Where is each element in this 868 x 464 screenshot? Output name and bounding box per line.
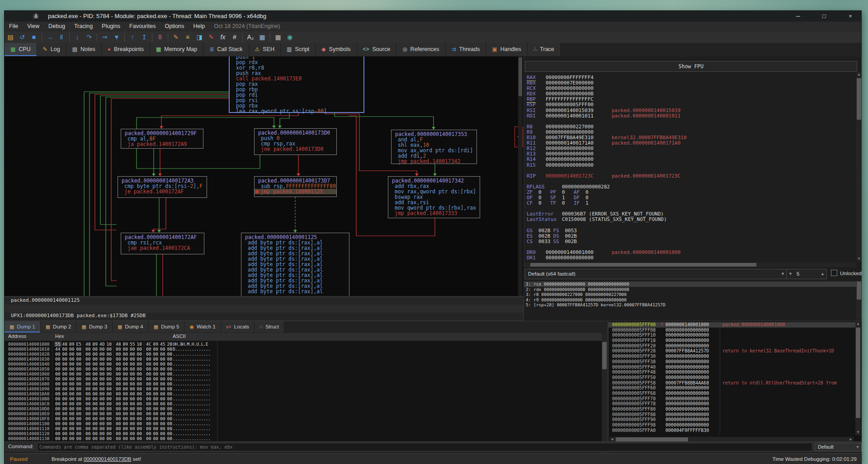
menu-debug[interactable]: Debug (44, 22, 70, 30)
stack-row[interactable]: 00000000005FFF480000000000000000 (609, 370, 855, 375)
stack-row[interactable]: 00000000005FFF400000000000000000 (609, 365, 855, 370)
restart-icon[interactable]: ↺ (16, 32, 28, 42)
calling-convention-select[interactable]: Default (x64 fastcall)▼ (525, 269, 787, 279)
register-row[interactable]: ZF0PF0AF0 (524, 189, 856, 195)
asm-block-entry[interactable]: push 1pop rdxxor r8,r8push raxcall packe… (229, 56, 364, 113)
argument-row[interactable]: 4: r9 0000000000000000 0000000000000000 (524, 297, 856, 303)
register-row[interactable]: RDI0000000140001011packed.00000001400010… (524, 113, 856, 118)
seh-chain-icon[interactable]: 8 (154, 32, 166, 42)
command-input[interactable] (37, 443, 812, 451)
register-row[interactable]: RSI0000000140015039packed.00000001400150… (524, 108, 856, 113)
dump-row[interactable]: 0000000140001070000000000000000000000000… (5, 376, 607, 381)
tab-notes[interactable]: ▤Notes (66, 43, 102, 56)
asm-block-b172AF[interactable]: packed.00000001400172AFcmp rsi,rcxjae pa… (121, 233, 204, 254)
tab-handles[interactable]: ▣Handles (486, 43, 527, 56)
register-row[interactable]: DR10000000000000000 (524, 255, 856, 260)
step-into-icon[interactable]: ↓ (71, 32, 83, 42)
argument-row[interactable]: 2: rdx 000000000000000B 000000000000000B (524, 287, 856, 292)
dump-row[interactable]: 00000001400010A0000000000000000000000000… (5, 391, 607, 396)
dump-row[interactable]: 00000001400010F0000000000000000000000000… (5, 416, 607, 421)
register-row[interactable]: R90000000000000000 (524, 129, 856, 135)
run-icon[interactable]: → (44, 32, 56, 42)
label-icon[interactable]: ◨ (193, 32, 205, 42)
asm-line[interactable]: lea rax,qword ptr ss:[rsp-80] (233, 108, 360, 114)
stack-row[interactable]: 00000000005FFF900000000000000000 (609, 417, 855, 422)
asm-line[interactable]: jmp packed.140017333 (392, 211, 476, 216)
stack-row[interactable]: 00000000005FFF080000000000000000 (609, 328, 855, 333)
argument-depth-spinner[interactable]: ▼5▲ (786, 269, 827, 279)
dump-vertical-scrollbar[interactable] (602, 333, 607, 453)
hash-icon[interactable]: # (229, 32, 241, 42)
register-row[interactable]: GS002BFS0053 (524, 228, 856, 233)
stack-row[interactable]: 00000000005FFF680000000000000000 (609, 391, 855, 396)
dump-row[interactable]: 0000000140001060000000000000000000000000… (5, 371, 607, 376)
register-row[interactable]: R1100000001400171A0packed.00000001400171… (524, 140, 856, 145)
graph-vertical-scrollbar[interactable] (518, 56, 523, 296)
stack-row[interactable]: 00000000005FFF380000000000000000 (609, 359, 855, 365)
breakpoint-address-link[interactable]: 00000001400173DB (84, 456, 132, 462)
register-row[interactable]: ES002BDS002B (524, 233, 856, 239)
execute-till-return-icon[interactable]: ↥ (138, 32, 150, 42)
register-row[interactable]: DR00000000140001000packed.00000001400010… (524, 249, 856, 255)
close-button[interactable]: × (840, 11, 861, 22)
dump-row[interactable]: 0000000140001010440000000000000000000000… (5, 347, 607, 352)
asm-block-b173D7[interactable]: packed.00000001400173D7sub rsp,FFFFFFFFF… (254, 176, 337, 197)
register-row[interactable]: RDX000000000000000B (524, 91, 856, 96)
pause-icon[interactable]: Ⅱ (56, 32, 67, 42)
menu-favourites[interactable]: Favourites (125, 22, 160, 30)
tab-threads[interactable]: ⇉Threads (446, 43, 486, 56)
stack-vertical-scrollbar[interactable]: ▲▼ (855, 321, 861, 435)
register-row[interactable]: R1000007FFB8A49E310kernel32.00007FFB8A49… (524, 135, 856, 140)
assemble-icon[interactable]: A₂ (245, 32, 256, 42)
minimize-button[interactable]: ─ (788, 11, 808, 22)
dump-row[interactable]: 0000000140001080000000000000000000000000… (5, 381, 607, 386)
dump-row[interactable]: 0000000140001000554889E548894D1048895518… (5, 342, 607, 347)
function-icon[interactable]: fx (217, 32, 229, 42)
registers-horizontal-scrollbar[interactable] (524, 262, 856, 267)
tab-call-stack[interactable]: ≣Call Stack (203, 43, 249, 56)
register-row[interactable]: RFLAGS0000000000000282 (524, 184, 856, 189)
stack-row[interactable]: 00000000005FFF500000000000000000 (609, 375, 855, 380)
register-row[interactable]: OF0SF1DF0 (524, 195, 856, 200)
asm-block-b17342[interactable]: packed.0000000140017342add rbx,raxmov ra… (388, 176, 480, 218)
dump-row[interactable]: 0000000140001020000000000000000000000000… (5, 352, 607, 356)
tab-dump-2[interactable]: ▦Dump 2 (41, 321, 77, 333)
asm-line[interactable]: add byte ptr ds:[rax],al (245, 289, 345, 294)
arguments-vertical-scrollbar[interactable] (856, 281, 862, 319)
register-row[interactable]: R80000000000227000 (524, 124, 856, 129)
profile-select[interactable]: Default▼ (815, 443, 862, 451)
show-fpu-button[interactable]: Show FPU (525, 61, 857, 72)
step-into-swallow-icon[interactable]: ▼ (111, 32, 123, 42)
asm-block-b1125[interactable]: packed.0000000140001125add byte ptr ds:[… (241, 233, 349, 296)
asm-block-b1729F[interactable]: packed.000000014001729Fcmp al,8Fja packe… (121, 129, 203, 149)
tab-locals[interactable]: x=Locals (221, 321, 255, 333)
stop-icon[interactable]: ■ (28, 32, 40, 42)
preferences-globe-icon[interactable]: ◉ (284, 32, 296, 42)
register-row[interactable]: R150000000000000000 (524, 162, 856, 168)
registers-vertical-scrollbar[interactable]: ▲▼ (856, 72, 862, 262)
argument-row[interactable]: 3: r8 0000000000227000 0000000000227000 (524, 292, 856, 297)
stack-row[interactable]: 00000000005FFF00E0000000140001000packed.… (609, 322, 855, 328)
stack-row[interactable]: 00000000005FFF880000000000000000 (609, 412, 855, 417)
tab-log[interactable]: ✎Log (37, 43, 66, 56)
stack-row[interactable]: 00000000005FFF980000000000000000 (609, 422, 855, 428)
register-row[interactable]: RAX00000000FFFFFFF4 (524, 75, 856, 80)
spinner-down-icon[interactable]: ▼ (788, 269, 793, 279)
register-row[interactable]: R120000000000000000 (524, 145, 856, 151)
register-row[interactable]: R130000000000000000 (524, 151, 856, 156)
tab-source[interactable]: <>Source (357, 43, 397, 56)
stack-row[interactable]: 00000000005FFF600000000000000000 (609, 385, 855, 391)
dump-row[interactable]: 0000000140001100000000000000000000000000… (5, 421, 607, 426)
dump-row[interactable]: 00000001400010B0000000000000000000000000… (5, 396, 607, 401)
register-row[interactable]: RBX000000007E000000 (524, 80, 856, 85)
stack-row[interactable]: 00000000005FFF780000000000000000 (609, 401, 855, 407)
asm-line[interactable]: jmp packed.140001125 (255, 189, 336, 194)
dump-row[interactable]: 00000001400010D0000000000000000000000000… (5, 406, 607, 411)
dump-row[interactable]: 0000000140001110000000000000000000000000… (5, 426, 607, 431)
maximize-button[interactable]: □ (814, 11, 835, 22)
menu-tracing[interactable]: Tracing (70, 22, 97, 30)
register-row[interactable]: RSP00000000005FFF00 (524, 102, 856, 107)
step-out-icon[interactable]: ↑ (127, 32, 138, 42)
tab-struct[interactable]: ∷Struct (255, 321, 284, 333)
calculator-icon[interactable]: ▦ (272, 32, 284, 42)
